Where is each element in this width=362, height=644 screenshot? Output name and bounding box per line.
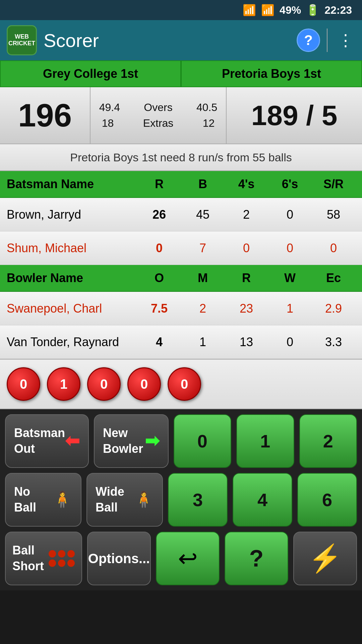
app-header: WEBCRICKET Scorer ? ⋮ (0, 20, 362, 60)
ball-3: 0 (127, 367, 161, 401)
teams-header: Grey College 1st Pretoria Boys 1st (0, 60, 362, 87)
new-bowler-label: New Bowler (103, 425, 143, 457)
ball-short-button[interactable]: Ball Short (5, 532, 82, 585)
bowler-1-ec: 3.3 (312, 335, 355, 349)
app-header-left: WEBCRICKET Scorer (7, 25, 99, 55)
bowler-row-0: Swanepoel, Charl 7.5 2 23 1 2.9 (0, 292, 362, 325)
undo-button[interactable]: ↩ (156, 532, 220, 585)
score-middle: 49.4 Overs 40.5 18 Extras 12 (90, 87, 227, 144)
help-icon: ? (304, 32, 313, 48)
wide-ball-button[interactable]: Wide Ball 🧍 (86, 473, 163, 527)
bowler-0-ec: 2.9 (312, 302, 355, 316)
batsman-col-sr: S/R (312, 177, 355, 191)
extras-label: Extras (143, 117, 174, 129)
score-4-button[interactable]: 4 (233, 473, 292, 527)
batsman-row-0: Brown, Jarryd 26 45 2 0 58 (0, 198, 362, 231)
score-1-button[interactable]: 1 (236, 414, 294, 468)
bowler-col-w: W (268, 271, 312, 285)
dots-icon (49, 550, 75, 567)
bowler-0-m: 2 (181, 302, 225, 316)
bowler-1-w: 0 (268, 335, 312, 349)
help2-icon: ? (249, 545, 264, 572)
ball-history: 0 1 0 0 0 (0, 359, 362, 409)
bowler-col-m: M (181, 271, 225, 285)
batsman-0-sixes: 0 (268, 208, 312, 222)
batsman-1-name: Shum, Michael (7, 241, 137, 255)
ball-short-label: Ball Short (12, 543, 44, 574)
options-label: Options... (88, 551, 150, 566)
ball-0: 0 (7, 367, 40, 401)
score-2-button[interactable]: 2 (299, 414, 357, 468)
batsman-col-sixes: 6's (268, 177, 312, 191)
batsman-row-1: Shum, Michael 0 7 0 0 0 (0, 231, 362, 265)
wide-ball-label: Wide Ball (96, 484, 124, 516)
score-2-label: 2 (323, 431, 333, 451)
umpire1-icon: 🧍 (52, 489, 72, 510)
batsman-1-r: 0 (137, 241, 181, 255)
help-button[interactable]: ? (297, 29, 320, 52)
undo-icon: ↩ (178, 545, 198, 572)
score-0-label: 0 (197, 431, 207, 451)
battery-text: 49% (280, 4, 301, 16)
team1-score: 196 (0, 87, 90, 144)
batsman-0-name: Brown, Jarryd (7, 208, 137, 222)
extras1-val: 18 (102, 117, 114, 129)
help2-button[interactable]: ? (225, 532, 288, 585)
score-1-label: 1 (260, 431, 270, 451)
status-icons: 📶 📶 49% 🔋 22:23 (243, 4, 352, 16)
umpire2-icon: 🧍 (134, 489, 154, 510)
action-row-3: Ball Short Options... ↩ ? (5, 532, 357, 585)
score-6-button[interactable]: 6 (297, 473, 357, 527)
app-logo: WEBCRICKET (7, 25, 37, 55)
wifi-icon: 📶 (243, 4, 256, 16)
team2-button[interactable]: Pretoria Boys 1st (181, 60, 362, 87)
app-header-right: ? ⋮ (297, 29, 355, 52)
batsman-0-r: 26 (137, 208, 181, 222)
new-bowler-button[interactable]: New Bowler ➡ (94, 414, 168, 468)
batsman-0-fours: 2 (225, 208, 268, 222)
menu-icon: ⋮ (338, 32, 352, 49)
score-6-label: 6 (322, 489, 332, 510)
no-ball-button[interactable]: No Ball 🧍 (5, 473, 81, 527)
menu-button[interactable]: ⋮ (334, 31, 355, 50)
ball-4: 0 (168, 367, 201, 401)
batsman-header: Batsman Name R B 4's 6's S/R (0, 171, 362, 198)
status-bar: 📶 📶 49% 🔋 22:23 (0, 0, 362, 20)
batsman-col-name: Batsman Name (7, 177, 137, 191)
time-text: 22:23 (324, 4, 352, 16)
bowler-col-r: R (225, 271, 268, 285)
arrow-left-icon: ⬅ (65, 430, 80, 452)
bowler-col-o: O (137, 271, 181, 285)
batsman-0-b: 45 (181, 208, 225, 222)
bowler-header: Bowler Name O M R W Ec (0, 265, 362, 292)
ball-1: 1 (47, 367, 80, 401)
team2-name: Pretoria Boys 1st (222, 67, 321, 81)
no-ball-label: No Ball (14, 484, 36, 516)
bowler-col-name: Bowler Name (7, 271, 137, 285)
overs1-val: 49.4 (99, 101, 120, 114)
overs-label: Overs (144, 101, 172, 114)
score-0-button[interactable]: 0 (174, 414, 231, 468)
batsman-1-sixes: 0 (268, 241, 312, 255)
bowler-0-w: 1 (268, 302, 312, 316)
batsman-1-b: 7 (181, 241, 225, 255)
bowler-0-name: Swanepoel, Charl (7, 302, 137, 316)
score-3-button[interactable]: 3 (168, 473, 228, 527)
options-button[interactable]: Options... (87, 532, 151, 585)
bowler-0-r: 23 (225, 302, 268, 316)
lightning-button[interactable]: ⚡ (293, 532, 357, 585)
need-text: Pretoria Boys 1st need 8 run/s from 55 b… (0, 144, 362, 171)
batsman-col-fours: 4's (225, 177, 268, 191)
team1-name: Grey College 1st (43, 67, 138, 81)
bowler-row-1: Van Tonder, Raynard 4 1 13 0 3.3 (0, 325, 362, 359)
batsman-col-r: R (137, 177, 181, 191)
bowler-1-m: 1 (181, 335, 225, 349)
score-area: 196 49.4 Overs 40.5 18 Extras 12 189 / 5 (0, 87, 362, 144)
action-area: Batsman Out ⬅ New Bowler ➡ 0 1 2 No Ball… (0, 409, 362, 590)
bowler-col-ec: Ec (312, 271, 355, 285)
team1-button[interactable]: Grey College 1st (0, 60, 181, 87)
bowler-1-o: 4 (137, 335, 181, 349)
batsman-out-button[interactable]: Batsman Out ⬅ (5, 414, 89, 468)
score-4-label: 4 (257, 489, 267, 510)
ball-2: 0 (87, 367, 121, 401)
